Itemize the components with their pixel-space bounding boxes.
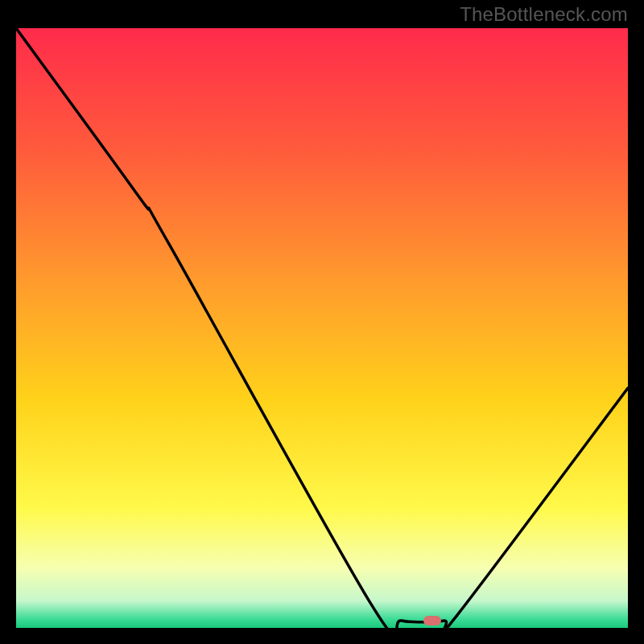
optimal-marker — [423, 616, 441, 625]
bottleneck-curve — [16, 28, 628, 628]
watermark-text: TheBottleneck.com — [460, 3, 628, 26]
chart-container: TheBottleneck.com — [0, 0, 644, 644]
curve-layer — [16, 28, 628, 628]
plot-area — [16, 28, 628, 628]
